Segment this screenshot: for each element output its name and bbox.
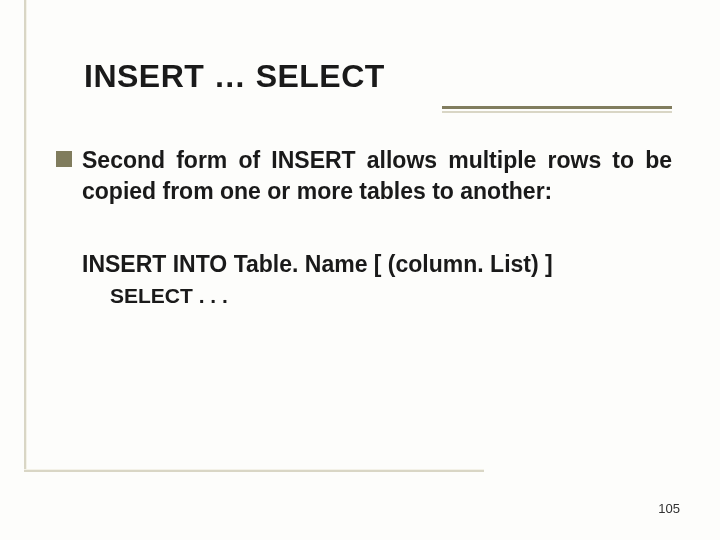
bottom-horizontal-rule-highlight bbox=[24, 469, 484, 470]
code-line-insert: INSERT INTO Table. Name [ (column. List)… bbox=[56, 251, 672, 278]
bullet-item: Second form of INSERT allows multiple ro… bbox=[56, 145, 672, 207]
bottom-horizontal-rule bbox=[24, 470, 484, 472]
slide-title: INSERT … SELECT bbox=[56, 58, 672, 95]
slide-body: Second form of INSERT allows multiple ro… bbox=[56, 145, 672, 308]
bullet-square-icon bbox=[56, 151, 72, 167]
code-line-select: SELECT . . . bbox=[56, 284, 672, 308]
title-underline-shadow bbox=[442, 111, 672, 113]
page-number: 105 bbox=[658, 501, 680, 516]
left-vertical-rule-highlight bbox=[26, 0, 27, 470]
bullet-text: Second form of INSERT allows multiple ro… bbox=[82, 145, 672, 207]
slide-container: INSERT … SELECT Second form of INSERT al… bbox=[0, 0, 720, 540]
title-container: INSERT … SELECT bbox=[56, 58, 672, 109]
title-underline bbox=[442, 106, 672, 109]
